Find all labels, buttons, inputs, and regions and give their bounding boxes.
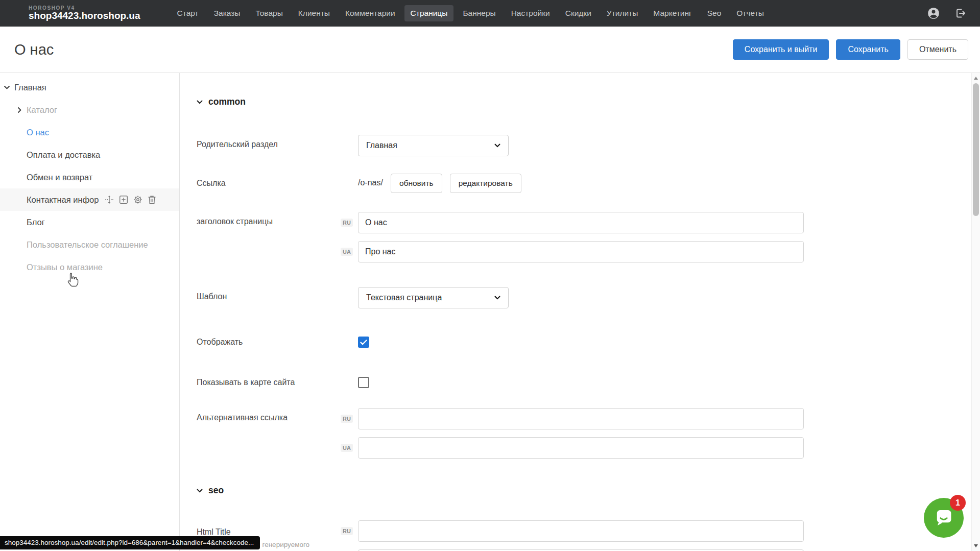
- topbar: HOROSHOP V4 shop34423.horoshop.ua СтартЗ…: [0, 0, 980, 27]
- status-url-tooltip: shop34423.horoshop.ua/edit/edit.php?id=6…: [0, 536, 260, 549]
- chevron-down-icon: [197, 489, 203, 493]
- sidebar-item[interactable]: Главная: [0, 76, 179, 99]
- lang-ua-badge: UA: [341, 248, 353, 256]
- add-page-icon[interactable]: [119, 195, 128, 204]
- sidebar-item[interactable]: Обмен и возврат: [0, 166, 179, 188]
- chevron-down-icon: [494, 296, 500, 300]
- template-label: Шаблон: [197, 287, 358, 301]
- sidebar-item-label: Контактная инфор: [27, 195, 99, 205]
- page-title-field-label: заголовок страницы: [197, 212, 358, 226]
- sidebar-item-label: Отзывы о магазине: [27, 262, 103, 272]
- logout-icon[interactable]: [953, 7, 967, 20]
- sidebar-item[interactable]: Оплата и доставка: [0, 143, 179, 166]
- parent-section-select[interactable]: Главная: [358, 135, 509, 156]
- brand-domain: shop34423.horoshop.ua: [29, 11, 140, 21]
- main-form: common Родительский раздел Главная Ссылк…: [180, 73, 980, 551]
- chat-widget-button[interactable]: 1: [924, 498, 964, 538]
- sidebar-item[interactable]: Каталог: [0, 99, 179, 121]
- lang-ru-badge: RU: [341, 219, 353, 227]
- section-title: common: [208, 97, 246, 107]
- display-checkbox[interactable]: [358, 337, 369, 348]
- section-seo[interactable]: seo: [197, 485, 960, 496]
- chevron-down-icon: [197, 100, 203, 104]
- sitemap-label: Показывать в карте сайта: [197, 373, 358, 387]
- cancel-button[interactable]: Отменить: [907, 39, 968, 60]
- refresh-link-button[interactable]: обновить: [391, 174, 442, 193]
- menu-item-баннеры[interactable]: Баннеры: [457, 5, 501, 21]
- tree-item-actions: [105, 195, 156, 204]
- menu-item-маркетинг[interactable]: Маркетинг: [647, 5, 698, 21]
- sidebar-item[interactable]: О нас: [0, 121, 179, 143]
- menu-item-страницы[interactable]: Страницы: [404, 5, 454, 21]
- scroll-down-arrow[interactable]: [972, 542, 980, 550]
- body: ГлавнаяКаталогО насОплата и доставкаОбме…: [0, 73, 980, 551]
- page-title: О нас: [14, 41, 54, 58]
- sidebar-item[interactable]: Блог: [0, 211, 179, 233]
- html-title-label: Html Title: [197, 525, 358, 537]
- sidebar-item-label: Оплата и доставка: [27, 150, 100, 160]
- menu-item-клиенты[interactable]: Клиенты: [292, 5, 336, 21]
- menu-item-скидки[interactable]: Скидки: [559, 5, 597, 21]
- topbar-menu: СтартЗаказыТоварыКлиентыКомментарииСтран…: [171, 5, 770, 21]
- section-common[interactable]: common: [197, 97, 960, 107]
- scrollbar-thumb[interactable]: [973, 83, 979, 216]
- header-buttons: Сохранить и выйти Сохранить Отменить: [733, 39, 968, 60]
- sidebar-item-label: Пользовательское соглашение: [27, 240, 148, 250]
- sidebar-tree: ГлавнаяКаталогО насОплата и доставкаОбме…: [0, 73, 180, 551]
- template-value: Текстовая страница: [366, 293, 442, 302]
- sidebar-item[interactable]: Отзывы о магазине: [0, 256, 179, 278]
- menu-item-настройки[interactable]: Настройки: [505, 5, 556, 21]
- scrollbar[interactable]: [971, 73, 980, 551]
- html-title-ru-input[interactable]: [358, 520, 804, 542]
- chevron-right-icon[interactable]: [17, 108, 22, 112]
- lang-ua-badge: UA: [341, 444, 353, 452]
- link-path: /o-nas/: [358, 174, 383, 193]
- sitemap-checkbox[interactable]: [358, 377, 369, 388]
- alt-link-label: Альтернативная ссылка: [197, 408, 358, 422]
- menu-item-отчеты[interactable]: Отчеты: [730, 5, 770, 21]
- alt-link-ru-input[interactable]: [358, 408, 804, 429]
- menu-item-seo[interactable]: Seo: [701, 5, 728, 21]
- gear-icon[interactable]: [133, 195, 142, 204]
- sidebar-item-label: Каталог: [27, 105, 57, 115]
- account-icon[interactable]: [927, 7, 940, 20]
- chat-bubble-icon: [932, 506, 955, 530]
- page-title-ua-input[interactable]: [358, 241, 804, 262]
- template-select[interactable]: Текстовая страница: [358, 287, 509, 308]
- lang-ru-badge: RU: [341, 415, 353, 423]
- chevron-down-icon[interactable]: [4, 86, 10, 89]
- check-icon: [360, 340, 367, 345]
- lang-ru-badge: RU: [341, 527, 353, 535]
- move-icon[interactable]: [105, 195, 114, 204]
- chevron-down-icon: [494, 143, 500, 148]
- brand: HOROSHOP V4 shop34423.horoshop.ua: [0, 6, 140, 21]
- topbar-right: [927, 7, 980, 20]
- sidebar-item[interactable]: Пользовательское соглашение: [0, 233, 179, 256]
- alt-link-ua-input[interactable]: [358, 437, 804, 459]
- menu-item-товары[interactable]: Товары: [249, 5, 289, 21]
- trash-icon[interactable]: [148, 195, 156, 204]
- sidebar-item[interactable]: Контактная инфор: [0, 188, 179, 211]
- menu-item-комментарии[interactable]: Комментарии: [339, 5, 401, 21]
- menu-item-старт[interactable]: Старт: [171, 5, 205, 21]
- edit-link-button[interactable]: редактировать: [450, 174, 521, 193]
- page-header: О нас Сохранить и выйти Сохранить Отмени…: [0, 27, 980, 73]
- parent-section-value: Главная: [366, 141, 397, 150]
- sidebar-item-label: Главная: [14, 83, 46, 92]
- page-title-ru-input[interactable]: [358, 212, 804, 233]
- chat-unread-badge: 1: [950, 495, 966, 511]
- link-label: Ссылка: [197, 174, 358, 188]
- display-label: Отображать: [197, 332, 358, 347]
- section-title: seo: [208, 485, 224, 496]
- scroll-up-arrow[interactable]: [972, 74, 980, 82]
- menu-item-утилиты[interactable]: Утилиты: [601, 5, 644, 21]
- sidebar-item-label: О нас: [27, 128, 49, 137]
- menu-item-заказы[interactable]: Заказы: [208, 5, 247, 21]
- sidebar-item-label: Блог: [27, 218, 45, 227]
- sidebar-item-label: Обмен и возврат: [27, 173, 92, 182]
- save-and-exit-button[interactable]: Сохранить и выйти: [733, 39, 829, 60]
- parent-section-label: Родительский раздел: [197, 135, 358, 149]
- save-button[interactable]: Сохранить: [836, 39, 900, 60]
